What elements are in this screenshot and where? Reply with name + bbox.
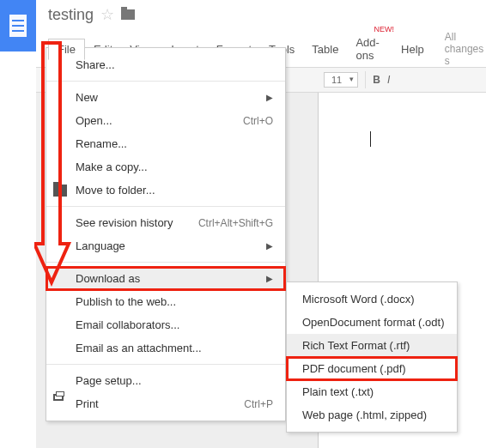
menu-item-publish[interactable]: Publish to the web... xyxy=(46,290,285,313)
star-icon[interactable]: ☆ xyxy=(100,5,114,24)
menu-item-new[interactable]: New▶ xyxy=(46,86,285,109)
bold-button[interactable]: B xyxy=(373,74,380,86)
doc-title[interactable]: testing xyxy=(48,6,94,24)
submenu-item-odt[interactable]: OpenDocument format (.odt) xyxy=(287,311,457,334)
chevron-right-icon: ▶ xyxy=(266,93,273,102)
italic-button[interactable]: I xyxy=(387,74,390,86)
menu-item-email-attach[interactable]: Email as an attachment... xyxy=(46,336,285,360)
menu-addons[interactable]: Add-onsNEW! xyxy=(347,33,392,65)
text-cursor xyxy=(370,131,486,147)
folder-icon[interactable] xyxy=(121,9,135,20)
submenu-item-txt[interactable]: Plain text (.txt) xyxy=(287,380,457,403)
submenu-item-docx[interactable]: Microsoft Word (.docx) xyxy=(287,288,457,311)
menu-item-download-as[interactable]: Download as▶ xyxy=(46,267,285,290)
menu-table[interactable]: Table xyxy=(303,39,347,59)
submenu-item-pdf[interactable]: PDF document (.pdf) xyxy=(287,357,457,380)
file-dropdown: Share... New▶ Open...Ctrl+O Rename... Ma… xyxy=(46,47,286,421)
chevron-right-icon: ▶ xyxy=(266,274,273,283)
submenu-item-rtf[interactable]: Rich Text Format (.rtf) xyxy=(287,334,457,357)
menu-item-print[interactable]: PrintCtrl+P xyxy=(46,392,285,415)
menu-item-rename[interactable]: Rename... xyxy=(46,132,285,155)
menu-help[interactable]: Help xyxy=(392,39,433,59)
menu-item-move[interactable]: Move to folder... xyxy=(46,179,285,202)
font-size-select[interactable]: 11 xyxy=(324,72,358,88)
menu-file[interactable]: File xyxy=(48,39,85,60)
menu-item-make-copy[interactable]: Make a copy... xyxy=(46,155,285,179)
folder-icon xyxy=(53,185,67,197)
chevron-right-icon: ▶ xyxy=(266,241,273,251)
menu-item-language[interactable]: Language▶ xyxy=(46,234,285,257)
menu-item-page-setup[interactable]: Page setup... xyxy=(46,369,285,392)
new-badge: NEW! xyxy=(374,25,395,33)
print-icon xyxy=(53,394,64,401)
download-as-submenu: Microsoft Word (.docx) OpenDocument form… xyxy=(286,282,458,433)
docs-logo[interactable] xyxy=(0,0,36,51)
save-status: All changes s xyxy=(445,31,486,67)
menu-item-email-collab[interactable]: Email collaborators... xyxy=(46,313,285,336)
menu-item-revision[interactable]: See revision historyCtrl+Alt+Shift+G xyxy=(46,211,285,234)
submenu-item-html[interactable]: Web page (.html, zipped) xyxy=(287,403,457,427)
menu-item-open[interactable]: Open...Ctrl+O xyxy=(46,109,285,132)
